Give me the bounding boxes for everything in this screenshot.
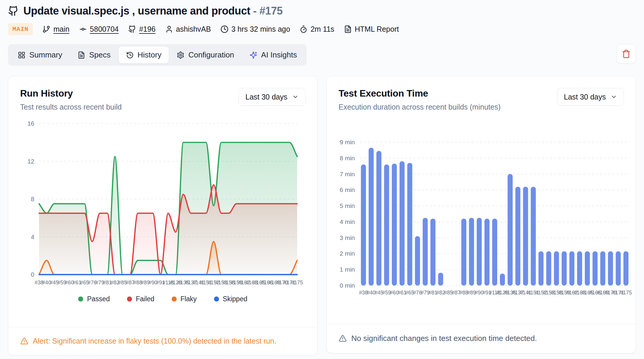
execution-time-range-select[interactable]: Last 30 days <box>557 88 624 106</box>
user-icon <box>165 25 173 33</box>
execution-bar[interactable] <box>492 219 497 286</box>
execution-time-chart[interactable]: 0 min1 min2 min3 min4 min5 min6 min7 min… <box>331 116 634 300</box>
author: ashishvAB <box>165 25 211 33</box>
tab-history[interactable]: History <box>119 47 169 63</box>
run-duration: 2m 11s <box>300 25 334 33</box>
execution-time-header: Test Execution Time Execution duration a… <box>327 76 636 111</box>
execution-bar[interactable] <box>577 251 582 286</box>
execution-bar[interactable] <box>523 187 528 286</box>
execution-bar[interactable] <box>593 251 598 286</box>
branch-badge: MAIN <box>8 23 33 35</box>
execution-bar[interactable] <box>554 251 559 286</box>
svg-text:5 min: 5 min <box>340 202 355 209</box>
legend-item-failed[interactable]: Failed <box>127 295 154 303</box>
timer-icon <box>300 25 307 33</box>
history-icon <box>126 51 134 59</box>
execution-bar[interactable] <box>616 251 621 286</box>
run-history-subtitle: Test results across recent build <box>20 103 122 111</box>
svg-text:#175: #175 <box>291 280 303 286</box>
file-text-icon <box>344 25 352 33</box>
run-history-footer: Alert: Significant increase in flaky tes… <box>8 327 317 355</box>
page: Update visual.spec.js , username and pro… <box>0 0 644 356</box>
legend-item-flaky[interactable]: Flaky <box>172 295 197 303</box>
legend-item-skipped[interactable]: Skipped <box>214 295 247 303</box>
run-history-chart[interactable]: 0481216#38#40#45#59#60#61#65#76#79#81#82… <box>16 116 309 291</box>
execution-bar[interactable] <box>562 251 567 286</box>
execution-bar[interactable] <box>461 219 466 286</box>
alert-triangle-icon <box>20 337 28 345</box>
run-history-header: Run History Test results across recent b… <box>8 76 317 111</box>
execution-bar[interactable] <box>415 236 420 286</box>
html-report-link[interactable]: HTML Report <box>344 25 399 33</box>
execution-bar[interactable] <box>438 273 443 286</box>
tabs-row: Summary Specs History Configuration AI I… <box>8 44 636 66</box>
commit-link[interactable]: 5800704 <box>79 25 119 33</box>
execution-bar[interactable] <box>546 251 551 286</box>
execution-bar[interactable] <box>484 219 490 286</box>
execution-bar[interactable] <box>423 218 428 286</box>
svg-text:4 min: 4 min <box>340 218 355 225</box>
delete-run-button[interactable] <box>616 44 636 64</box>
run-history-chart-wrap: 0481216#38#40#45#59#60#61#65#76#79#81#82… <box>16 116 317 292</box>
meta-row: MAIN main 5800704 #196 ashishvAB 3 hrs 3… <box>8 23 636 35</box>
svg-text:2 min: 2 min <box>340 250 355 257</box>
git-branch-icon <box>42 25 50 33</box>
run-history-range-select[interactable]: Last 30 days <box>239 88 305 106</box>
legend-dot <box>78 297 83 302</box>
git-commit-icon <box>79 25 87 33</box>
alert-triangle-icon <box>339 334 347 343</box>
execution-bar[interactable] <box>500 274 505 286</box>
execution-bar[interactable] <box>430 219 435 286</box>
flaky-alert-text: Alert: Significant increase in flaky tes… <box>33 337 276 345</box>
svg-text:0 min: 0 min <box>340 282 355 289</box>
execution-bar[interactable] <box>623 251 628 286</box>
file-text-icon <box>78 51 85 59</box>
execution-bar[interactable] <box>392 164 397 286</box>
execution-bar[interactable] <box>407 163 412 286</box>
execution-bar[interactable] <box>585 251 590 286</box>
run-history-title: Run History <box>20 88 122 99</box>
trash-icon <box>622 49 631 58</box>
svg-text:16: 16 <box>28 120 34 127</box>
svg-text:1 min: 1 min <box>340 266 355 273</box>
chevron-down-icon <box>611 94 617 100</box>
time-ago: 3 hrs 32 mins ago <box>220 25 290 33</box>
github-icon <box>128 25 136 33</box>
svg-text:0: 0 <box>31 271 34 278</box>
svg-text:7 min: 7 min <box>340 171 355 177</box>
svg-text:6 min: 6 min <box>340 186 355 193</box>
execution-bar[interactable] <box>384 164 389 286</box>
run-history-card: Run History Test results across recent b… <box>8 76 318 356</box>
execution-time-chart-wrap: 0 min1 min2 min3 min4 min5 min6 min7 min… <box>331 116 636 301</box>
execution-bar[interactable] <box>400 161 405 286</box>
execution-bar[interactable] <box>569 251 574 286</box>
execution-bar[interactable] <box>608 251 613 286</box>
execution-bar[interactable] <box>539 251 544 286</box>
legend-dot <box>172 297 177 302</box>
tab-ai-insights[interactable]: AI Insights <box>242 47 304 63</box>
svg-text:9 min: 9 min <box>340 139 355 145</box>
execution-bar[interactable] <box>531 187 536 286</box>
tab-specs[interactable]: Specs <box>70 47 118 63</box>
execution-bar[interactable] <box>515 187 520 286</box>
execution-time-footer: No significant changes in test execution… <box>327 324 636 353</box>
execution-bar[interactable] <box>361 164 366 286</box>
execution-bar[interactable] <box>376 151 381 286</box>
execution-time-card: Test Execution Time Execution duration a… <box>326 76 636 353</box>
svg-text:4: 4 <box>31 233 34 240</box>
legend-label: Flaky <box>181 295 197 303</box>
execution-bar[interactable] <box>369 148 374 286</box>
dashboard-cards: Run History Test results across recent b… <box>8 76 636 356</box>
execution-bar[interactable] <box>477 218 482 286</box>
execution-time-subtitle: Execution duration across recent builds … <box>339 103 501 111</box>
legend-item-passed[interactable]: Passed <box>78 295 110 303</box>
execution-bar[interactable] <box>469 218 474 286</box>
execution-bar[interactable] <box>600 251 605 286</box>
tab-summary[interactable]: Summary <box>10 47 70 63</box>
github-icon <box>8 6 19 16</box>
branch-link[interactable]: main <box>42 25 69 33</box>
execution-bar[interactable] <box>508 174 513 286</box>
svg-text:8 min: 8 min <box>340 155 355 161</box>
tab-configuration[interactable]: Configuration <box>169 47 242 63</box>
pull-request-link[interactable]: #196 <box>128 25 156 33</box>
